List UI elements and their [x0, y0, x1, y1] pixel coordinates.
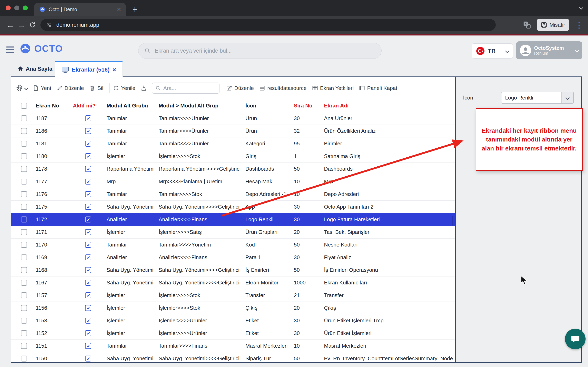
- col-header-modul-path[interactable]: Modul > Modul Alt Grup: [157, 103, 244, 109]
- window-close-button[interactable]: [6, 6, 11, 10]
- toolbar-search-input[interactable]: [163, 85, 216, 92]
- settings-button[interactable]: [16, 84, 27, 92]
- table-row[interactable]: 1153 İşlemler İşlemler>>>>Ürünler Etiket…: [11, 314, 455, 327]
- row-active-checkbox[interactable]: [71, 267, 105, 273]
- row-active-checkbox[interactable]: [71, 254, 105, 260]
- row-active-checkbox[interactable]: [71, 191, 105, 197]
- col-header-sira-no[interactable]: Sıra No: [292, 103, 322, 109]
- row-active-checkbox[interactable]: [71, 280, 105, 286]
- row-active-checkbox[interactable]: [71, 166, 105, 172]
- table-row[interactable]: 1180 İşlemler İşlemler>>>>Stok Giriş 1 S…: [11, 150, 455, 163]
- row-select-checkbox[interactable]: [11, 166, 33, 172]
- chat-bubble-button[interactable]: [565, 329, 586, 349]
- row-active-checkbox[interactable]: [71, 179, 105, 184]
- global-search-input[interactable]: [154, 48, 376, 54]
- row-select-checkbox[interactable]: [11, 267, 33, 273]
- row-select-checkbox[interactable]: [11, 305, 33, 311]
- user-profile-button[interactable]: OctoSystem Renium: [516, 42, 582, 59]
- forward-button[interactable]: →: [16, 20, 27, 30]
- icon-select-chevron[interactable]: [562, 92, 573, 103]
- col-header-ekran-no[interactable]: Ekran No: [33, 103, 71, 109]
- table-row[interactable]: 1151 Tanımlar Tanımlar>>>>Finans Masraf …: [11, 340, 455, 352]
- table-row[interactable]: 1156 İşlemler İşlemler>>>>Stok Çıkış 20 …: [11, 302, 455, 314]
- row-active-checkbox[interactable]: [71, 141, 105, 147]
- row-active-checkbox[interactable]: [71, 217, 105, 222]
- global-search[interactable]: [138, 43, 381, 59]
- permissions-button[interactable]: Ekran Yetkileri: [312, 85, 354, 91]
- row-select-checkbox[interactable]: [11, 280, 33, 286]
- edit-button[interactable]: Düzenle: [56, 85, 84, 91]
- table-row[interactable]: 1176 Tanımlar Tanımlar>>>>Stok Depo Adre…: [11, 188, 455, 201]
- row-active-checkbox[interactable]: [71, 356, 105, 361]
- table-row[interactable]: 1181 Tanımlar Tanımlar>>>>Ürünler Katego…: [11, 137, 455, 150]
- table-row[interactable]: 1152 İşlemler İşlemler>>>>Ürünler Etiket…: [11, 327, 455, 340]
- import-button[interactable]: [141, 85, 147, 91]
- toolbar-search[interactable]: [152, 83, 219, 94]
- row-select-checkbox[interactable]: [11, 191, 33, 197]
- reload-button[interactable]: [27, 21, 38, 29]
- col-header-aktif-mi[interactable]: Aktif mi?: [71, 103, 105, 109]
- resultdatasource-button[interactable]: resultdatasource: [259, 85, 306, 91]
- row-select-checkbox[interactable]: [11, 330, 33, 336]
- refresh-button[interactable]: Yenile: [113, 85, 135, 91]
- table-row[interactable]: 1172 Analizler Analizler>>>>Finans Logo …: [11, 213, 455, 226]
- row-active-checkbox[interactable]: [71, 204, 105, 210]
- table-row[interactable]: 1170 Tanımlar Tanımlar>>>>Yönetim Kod 50…: [11, 239, 455, 251]
- row-active-checkbox[interactable]: [71, 242, 105, 248]
- table-row[interactable]: 1157 İşlemler İşlemler>>>>Stok Transfer …: [11, 289, 455, 302]
- browser-menu-icon[interactable]: ⋮: [575, 21, 583, 29]
- row-select-checkbox[interactable]: [11, 254, 33, 260]
- row-select-checkbox[interactable]: [11, 292, 33, 298]
- table-row[interactable]: 1186 Tanımlar Tanımlar>>>>Ürünler Ürün 3…: [11, 125, 455, 137]
- close-panel-button[interactable]: Paneli Kapat: [359, 85, 397, 91]
- new-tab-button[interactable]: +: [132, 3, 138, 16]
- table-row[interactable]: 1169 Analizler Analizler>>>>Finans Para …: [11, 251, 455, 264]
- row-active-checkbox[interactable]: [71, 292, 105, 298]
- select-all-checkbox[interactable]: [11, 103, 33, 109]
- row-select-checkbox[interactable]: [11, 141, 33, 147]
- row-select-checkbox[interactable]: [11, 153, 33, 159]
- table-row[interactable]: 1150 Saha Uyg. Yönetimi Saha Uyg. Yöneti…: [11, 352, 455, 365]
- sidebar-item-home[interactable]: Ana Sayfa: [17, 66, 52, 72]
- col-header-modul-alt-grubu[interactable]: Modul Alt Grubu: [105, 103, 157, 109]
- row-active-checkbox[interactable]: [71, 128, 105, 134]
- row-active-checkbox[interactable]: [71, 305, 105, 311]
- row-active-checkbox[interactable]: [71, 330, 105, 336]
- table-row[interactable]: 1171 İşlemler İşlemler>>>>Satış Ürün Gru…: [11, 226, 455, 239]
- col-header-icon[interactable]: İcon: [244, 103, 292, 109]
- tab-ekranlar-close-icon[interactable]: ×: [112, 67, 116, 73]
- table-row[interactable]: 1175 Saha Uyg. Yönetimi Saha Uyg. Yöneti…: [11, 201, 455, 213]
- site-info-icon[interactable]: [46, 22, 52, 28]
- row-active-checkbox[interactable]: [71, 343, 105, 349]
- tab-search-chevron-icon[interactable]: [580, 6, 583, 10]
- window-minimize-button[interactable]: [14, 6, 19, 10]
- table-row[interactable]: 1187 Tanımlar Tanımlar>>>>Ürünler Ürün 3…: [11, 112, 455, 125]
- translate-icon[interactable]: [523, 21, 531, 29]
- hamburger-menu-icon[interactable]: [6, 47, 14, 54]
- row-select-checkbox[interactable]: [11, 229, 33, 235]
- new-button[interactable]: Yeni: [33, 85, 51, 91]
- row-active-checkbox[interactable]: [71, 318, 105, 324]
- row-select-checkbox[interactable]: [11, 128, 33, 134]
- row-active-checkbox[interactable]: [71, 115, 105, 121]
- language-selector[interactable]: TR: [472, 43, 513, 58]
- row-select-checkbox[interactable]: [11, 343, 33, 349]
- row-select-checkbox[interactable]: [11, 318, 33, 324]
- delete-button[interactable]: Sil: [89, 85, 103, 91]
- browser-tab[interactable]: Octo | Demo ×: [34, 3, 126, 16]
- tab-ekranlar[interactable]: Ekranlar (516) ×: [55, 61, 123, 77]
- row-select-checkbox[interactable]: [11, 115, 33, 121]
- row-active-checkbox[interactable]: [71, 229, 105, 235]
- icon-select[interactable]: Logo Renkli: [501, 92, 574, 104]
- row-active-checkbox[interactable]: [71, 153, 105, 159]
- tab-close-icon[interactable]: ×: [117, 6, 121, 13]
- edit2-button[interactable]: Düzenle: [226, 85, 254, 91]
- app-logo[interactable]: OCTO: [20, 43, 63, 54]
- row-select-checkbox[interactable]: [11, 204, 33, 210]
- table-row[interactable]: 1177 Mrp Mrp>>>>Planlama | Üretim Hesap …: [11, 175, 455, 188]
- back-button[interactable]: ←: [5, 20, 16, 30]
- row-select-checkbox[interactable]: [11, 179, 33, 184]
- row-select-checkbox[interactable]: [11, 217, 33, 222]
- table-row[interactable]: 1168 Saha Uyg. Yönetimi Saha Uyg. Yöneti…: [11, 264, 455, 276]
- col-header-ekran-adi[interactable]: Ekran Adı: [322, 103, 455, 109]
